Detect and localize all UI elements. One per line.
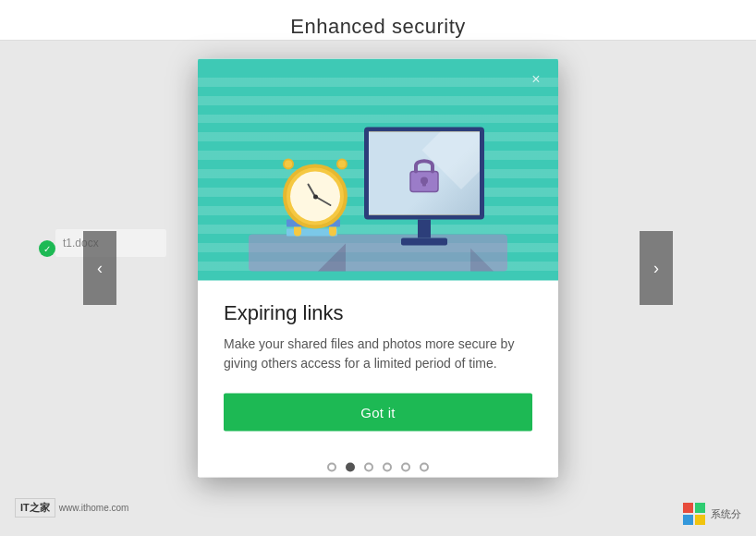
dot-6[interactable] [420, 463, 429, 472]
modal-wrapper: × [198, 59, 558, 478]
ms-red [683, 503, 693, 513]
dot-5[interactable] [401, 463, 410, 472]
ms-green [695, 503, 705, 513]
modal-heading: Expiring links [224, 301, 532, 325]
dot-4[interactable] [383, 463, 392, 472]
watermark-ithome: IT之家 www.ithome.com [15, 498, 128, 518]
clock-face [283, 164, 348, 229]
ithome-logo: IT之家 [15, 498, 55, 518]
clock-bells [283, 159, 348, 170]
clock-foot-right [329, 227, 336, 237]
modal-description: Make your shared files and photos more s… [224, 335, 532, 373]
monitor-screen-inner [369, 132, 480, 215]
pagination-dots [198, 450, 558, 478]
close-icon: × [531, 71, 540, 88]
monitor-illustration [364, 128, 484, 246]
lock-icon [407, 153, 442, 194]
shadow-left [318, 244, 346, 272]
dot-2[interactable] [346, 463, 355, 472]
next-arrow-button[interactable]: › [640, 231, 673, 305]
monitor-screen-outer [364, 128, 484, 220]
modal-illustration-area: × [198, 59, 558, 281]
got-it-button[interactable]: Got it [224, 394, 532, 432]
bg-check-icon: ✓ [39, 240, 55, 257]
svg-rect-2 [422, 181, 426, 187]
ithome-url: www.ithome.com [59, 503, 129, 513]
clock-inner [290, 172, 340, 222]
monitor-stand [418, 220, 431, 238]
ms-blue [683, 515, 693, 525]
shadow-right [470, 249, 494, 272]
clock-center [313, 194, 318, 199]
clock-illustration [283, 159, 348, 237]
watermark-brand: 系统分 [683, 503, 741, 525]
dot-3[interactable] [364, 463, 373, 472]
clock-bell-right [336, 159, 348, 170]
clock-foot-left [294, 227, 301, 237]
chevron-right-icon: › [653, 259, 659, 278]
clock-bell-left [283, 159, 294, 170]
monitor-base [401, 238, 447, 246]
prev-arrow-button[interactable]: ‹ [83, 231, 116, 305]
close-button[interactable]: × [525, 68, 547, 91]
chevron-left-icon: ‹ [97, 259, 103, 278]
dot-1[interactable] [327, 463, 336, 472]
modal-content: Expiring links Make your shared files an… [198, 281, 558, 450]
ms-logo-icon [683, 503, 705, 525]
brand-label: 系统分 [711, 507, 741, 521]
ms-yellow [695, 515, 705, 525]
modal-dialog: × [198, 59, 558, 478]
page-title: Enhanced security [290, 15, 466, 39]
